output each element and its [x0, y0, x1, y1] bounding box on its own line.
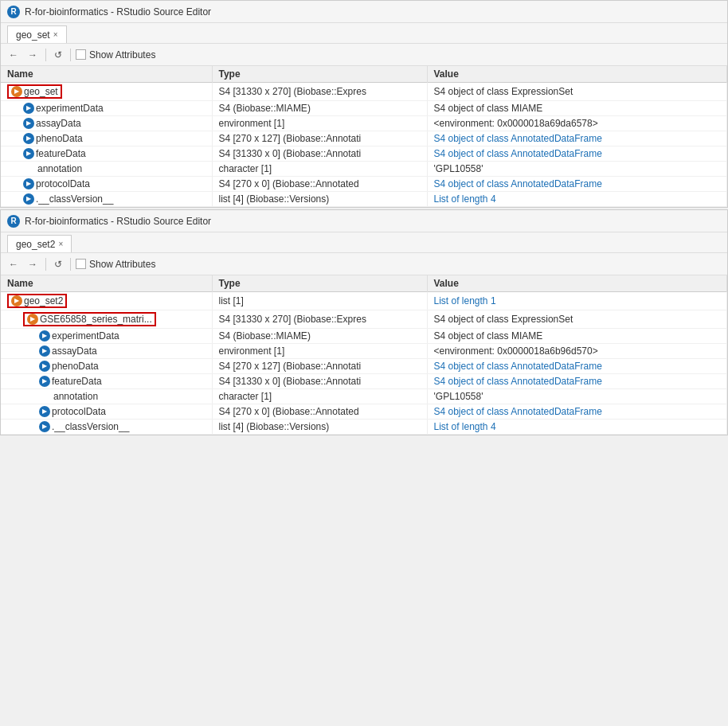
table-row[interactable]: ▶.__classVersion__list [4] (Biobase::Ver…: [1, 420, 727, 435]
toolbar-1: ← → ↺ Show Attributes: [1, 44, 727, 66]
tab-close-2[interactable]: ×: [58, 240, 63, 248]
cell-value: S4 object of class MIAME: [427, 101, 727, 116]
data-table-1: Name Type Value ▶geo_setS4 [31330 x 270]…: [1, 66, 727, 207]
cell-type: S4 [270 x 0] (Biobase::Annotated: [212, 177, 427, 192]
cell-name: annotation: [1, 389, 212, 404]
tab-label-1: geo_set: [16, 29, 50, 41]
row-name-text: phenoData: [52, 361, 99, 372]
table-row[interactable]: ▶assayDataenvironment [1]<environment: 0…: [1, 116, 727, 131]
cell-name: ▶protocolData: [1, 177, 212, 192]
cell-type: character [1]: [212, 389, 427, 404]
table-row[interactable]: ▶experimentDataS4 (Biobase::MIAME)S4 obj…: [1, 329, 727, 344]
show-attrs-checkbox-2[interactable]: [76, 259, 86, 269]
row-name-text: experimentData: [36, 103, 104, 114]
cell-type: S4 [31330 x 270] (Biobase::Expres: [212, 83, 427, 101]
cell-type: character [1]: [212, 162, 427, 177]
show-attrs-2: Show Attributes: [76, 259, 155, 270]
separator-3: [45, 258, 46, 271]
cell-type: list [1]: [212, 292, 427, 310]
back-button-2[interactable]: ←: [6, 257, 22, 271]
window-1: R R-for-bioinformatics - RStudio Source …: [0, 0, 728, 208]
cell-value: S4 object of class ExpressionSet: [427, 310, 727, 329]
tab-close-1[interactable]: ×: [53, 30, 58, 39]
toolbar-2: ← → ↺ Show Attributes: [1, 253, 727, 275]
table-row[interactable]: ▶geo_set2list [1]List of length 1: [1, 292, 727, 310]
col-header-type-2: Type: [212, 275, 427, 292]
cell-name: ▶experimentData: [1, 101, 212, 116]
window-title-2: R-for-bioinformatics - RStudio Source Ed…: [25, 216, 211, 227]
row-name-text: geo_set2: [24, 295, 63, 306]
cell-type: S4 [270 x 127] (Biobase::Annotati: [212, 131, 427, 146]
cell-value: <environment: 0x0000018a6b96d570>: [427, 344, 727, 359]
show-attrs-label-2: Show Attributes: [89, 259, 155, 270]
row-name-text: experimentData: [52, 330, 119, 342]
table-row[interactable]: ▶phenoDataS4 [270 x 127] (Biobase::Annot…: [1, 131, 727, 146]
tab-label-2: geo_set2: [16, 239, 55, 250]
table-row[interactable]: ▶protocolDataS4 [270 x 0] (Biobase::Anno…: [1, 404, 727, 420]
table-row[interactable]: ▶GSE65858_series_matri...S4 [31330 x 270…: [1, 310, 727, 329]
cell-value: S4 object of class ExpressionSet: [427, 83, 727, 101]
row-icon: ▶: [23, 178, 34, 189]
col-header-name-2: Name: [1, 275, 212, 292]
table-row[interactable]: ▶assayDataenvironment [1]<environment: 0…: [1, 344, 727, 359]
cell-name: annotation: [1, 162, 212, 177]
col-header-name-1: Name: [1, 66, 212, 83]
refresh-button-1[interactable]: ↺: [51, 48, 65, 62]
show-attrs-checkbox-1[interactable]: [76, 49, 86, 60]
r-icon-2: R: [7, 215, 20, 228]
table-row[interactable]: ▶featureDataS4 [31330 x 0] (Biobase::Ann…: [1, 374, 727, 389]
data-table-2: Name Type Value ▶geo_set2list [1]List of…: [1, 275, 727, 435]
row-name-text: phenoData: [36, 133, 83, 144]
cell-type: environment [1]: [212, 116, 427, 131]
window-title-1: R-for-bioinformatics - RStudio Source Ed…: [25, 6, 211, 18]
cell-name: ▶featureData: [1, 146, 212, 162]
tab-geo-set[interactable]: geo_set ×: [7, 25, 67, 43]
cell-type: S4 [31330 x 0] (Biobase::Annotati: [212, 374, 427, 389]
tab-geo-set2[interactable]: geo_set2 ×: [7, 235, 72, 252]
cell-type: S4 [270 x 127] (Biobase::Annotati: [212, 359, 427, 374]
cell-value: <environment: 0x0000018a69da6578>: [427, 116, 727, 131]
forward-button-2[interactable]: →: [25, 257, 41, 271]
table-row[interactable]: annotationcharacter [1]'GPL10558': [1, 389, 727, 404]
refresh-button-2[interactable]: ↺: [51, 257, 65, 271]
table-row[interactable]: ▶.__classVersion__list [4] (Biobase::Ver…: [1, 192, 727, 207]
col-header-value-2: Value: [427, 275, 727, 292]
table-row[interactable]: annotationcharacter [1]'GPL10558': [1, 162, 727, 177]
cell-value: S4 object of class AnnotatedDataFrame: [427, 374, 727, 389]
table-row[interactable]: ▶featureDataS4 [31330 x 0] (Biobase::Ann…: [1, 146, 727, 162]
row-icon: ▶: [27, 314, 38, 325]
table-row[interactable]: ▶experimentDataS4 (Biobase::MIAME)S4 obj…: [1, 101, 727, 116]
table-row[interactable]: ▶phenoDataS4 [270 x 127] (Biobase::Annot…: [1, 359, 727, 374]
row-name-text: protocolData: [52, 406, 106, 417]
table-header-row-1: Name Type Value: [1, 66, 727, 83]
table-row[interactable]: ▶protocolDataS4 [270 x 0] (Biobase::Anno…: [1, 177, 727, 192]
cell-name: ▶featureData: [1, 374, 212, 389]
row-icon: ▶: [23, 148, 34, 159]
cell-name: ▶experimentData: [1, 329, 212, 344]
cell-name: ▶.__classVersion__: [1, 420, 212, 435]
separator-1: [45, 49, 46, 61]
row-name-text: annotation: [53, 391, 98, 402]
show-attrs-label-1: Show Attributes: [89, 49, 155, 60]
row-icon: ▶: [39, 330, 50, 342]
cell-value: S4 object of class AnnotatedDataFrame: [427, 131, 727, 146]
row-name-text: featureData: [36, 148, 86, 159]
window-2: R R-for-bioinformatics - RStudio Source …: [0, 209, 728, 435]
row-icon: ▶: [11, 86, 22, 97]
title-bar-1: R R-for-bioinformatics - RStudio Source …: [1, 1, 727, 23]
cell-value: List of length 4: [427, 420, 727, 435]
tab-bar-2: geo_set2 ×: [1, 232, 727, 253]
cell-value: S4 object of class MIAME: [427, 329, 727, 344]
row-name-text: .__classVersion__: [52, 421, 129, 432]
back-button-1[interactable]: ←: [6, 48, 22, 62]
row-icon: ▶: [11, 295, 22, 306]
cell-type: S4 [270 x 0] (Biobase::Annotated: [212, 404, 427, 420]
forward-button-1[interactable]: →: [25, 48, 41, 62]
cell-value: List of length 1: [427, 292, 727, 310]
cell-name: ▶assayData: [1, 116, 212, 131]
row-icon: ▶: [39, 376, 50, 387]
cell-type: list [4] (Biobase::Versions): [212, 420, 427, 435]
cell-type: S4 [31330 x 270] (Biobase::Expres: [212, 310, 427, 329]
table-row[interactable]: ▶geo_setS4 [31330 x 270] (Biobase::Expre…: [1, 83, 727, 101]
cell-type: environment [1]: [212, 344, 427, 359]
